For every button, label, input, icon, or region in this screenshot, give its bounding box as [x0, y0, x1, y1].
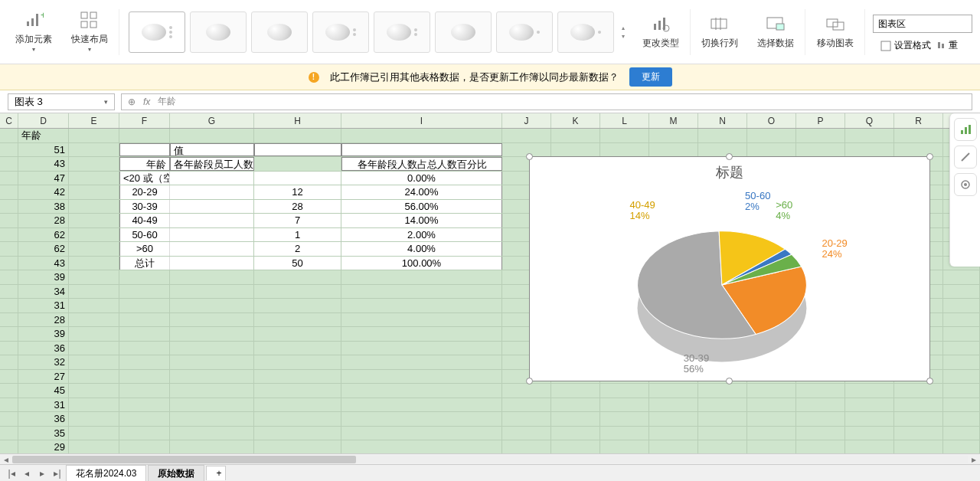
- svg-text:50-60: 50-60: [745, 190, 770, 201]
- grid-rows[interactable]: 标题 20-2924%30-3956%40-4914%50-602%>604% …: [0, 129, 980, 455]
- notification-message: 此工作簿已引用其他表格数据，是否更新工作簿以同步最新数据？: [330, 70, 619, 84]
- svg-rect-7: [90, 21, 96, 28]
- svg-rect-6: [81, 21, 87, 28]
- svg-rect-2: [36, 14, 38, 26]
- svg-rect-16: [833, 22, 844, 30]
- tab-nav-first[interactable]: |◂: [5, 468, 18, 479]
- svg-rect-4: [81, 12, 87, 18]
- quick-layout-button[interactable]: 快速布局▾: [64, 11, 116, 53]
- svg-text:14%: 14%: [630, 210, 651, 221]
- chart-style-gallery: ▴▾: [122, 11, 631, 53]
- chart-style-icon[interactable]: [954, 146, 977, 169]
- move-chart-button[interactable]: 移动图表: [808, 15, 861, 50]
- update-button[interactable]: 更新: [629, 67, 672, 87]
- style-gallery-expand[interactable]: ▴▾: [619, 11, 625, 53]
- col-header-L[interactable]: L: [600, 113, 649, 128]
- col-header-R[interactable]: R: [894, 113, 943, 128]
- svg-rect-14: [776, 24, 784, 30]
- col-header-K[interactable]: K: [551, 113, 600, 128]
- spreadsheet-grid[interactable]: CDEFGHIJKLMNOPQRS 标题 20-2924%30-3956%40-…: [0, 113, 980, 469]
- chart-elements-icon[interactable]: [954, 118, 977, 141]
- warning-icon: !: [309, 72, 319, 83]
- svg-rect-32: [965, 127, 967, 134]
- col-header-I[interactable]: I: [341, 113, 502, 128]
- chart-style-7[interactable]: [496, 11, 553, 53]
- svg-rect-17: [881, 41, 890, 51]
- col-header-P[interactable]: P: [796, 113, 845, 128]
- fx-icon[interactable]: fx: [143, 97, 150, 107]
- chart-style-6[interactable]: [435, 11, 492, 53]
- chart-style-2[interactable]: [190, 11, 247, 53]
- chart-style-1[interactable]: [129, 11, 185, 53]
- svg-rect-31: [961, 130, 963, 134]
- col-header-M[interactable]: M: [649, 113, 698, 128]
- svg-text:20-29: 20-29: [822, 237, 847, 249]
- col-header-D[interactable]: D: [18, 113, 69, 128]
- sheet-tab-bar: |◂ ◂ ▸ ▸| 花名册2024.03 原始数据 +: [0, 464, 980, 481]
- notification-bar: ! 此工作簿已引用其他表格数据，是否更新工作簿以同步最新数据？ 更新: [0, 64, 980, 90]
- svg-text:4%: 4%: [776, 210, 790, 221]
- svg-text:24%: 24%: [822, 248, 842, 260]
- col-header-J[interactable]: J: [502, 113, 551, 128]
- svg-rect-18: [938, 42, 940, 48]
- chart-style-3[interactable]: [251, 11, 308, 53]
- reset-button[interactable]: 重: [936, 39, 958, 52]
- col-header-H[interactable]: H: [254, 113, 341, 128]
- col-header-Q[interactable]: Q: [845, 113, 894, 128]
- chart-style-4[interactable]: [312, 11, 369, 53]
- ribbon-toolbar: + 添加元素▾ 快速布局▾ ▴▾ 更改类型 切换行列 选择数据 移动图表: [0, 0, 980, 64]
- col-header-E[interactable]: E: [69, 113, 119, 128]
- tab-nav-next[interactable]: ▸: [35, 468, 49, 479]
- chart-title[interactable]: 标题: [530, 157, 929, 182]
- svg-rect-9: [658, 21, 661, 30]
- svg-rect-15: [827, 19, 838, 27]
- chart-side-panel: [949, 113, 980, 267]
- change-type-button[interactable]: 更改类型: [634, 15, 687, 50]
- expand-icon[interactable]: ⊕: [128, 97, 136, 107]
- set-format-button[interactable]: 设置格式: [880, 39, 931, 52]
- chart-settings-icon[interactable]: [954, 173, 977, 196]
- switch-rowcol-button[interactable]: 切换行列: [694, 15, 746, 50]
- svg-text:40-49: 40-49: [630, 199, 655, 211]
- svg-text:30-39: 30-39: [684, 352, 709, 364]
- embedded-chart[interactable]: 标题 20-2924%30-3956%40-4914%50-602%>604%: [529, 156, 930, 381]
- select-data-button[interactable]: 选择数据: [750, 15, 802, 50]
- sheet-tab-2[interactable]: 原始数据: [148, 465, 204, 482]
- svg-rect-5: [90, 12, 96, 18]
- svg-text:+: +: [41, 11, 44, 21]
- chart-style-8[interactable]: [557, 11, 614, 53]
- svg-text:56%: 56%: [684, 363, 704, 375]
- tab-nav-prev[interactable]: ◂: [20, 468, 34, 479]
- tab-nav-last[interactable]: ▸|: [51, 468, 64, 479]
- col-header-O[interactable]: O: [747, 113, 796, 128]
- svg-rect-19: [942, 44, 944, 48]
- horizontal-scrollbar[interactable]: ◂ ▸: [0, 453, 980, 464]
- add-element-button[interactable]: + 添加元素▾: [8, 11, 60, 53]
- col-header-C[interactable]: C: [0, 113, 18, 128]
- scroll-left-icon[interactable]: ◂: [0, 454, 12, 465]
- svg-rect-1: [31, 18, 34, 26]
- formula-input[interactable]: 年龄: [158, 95, 176, 108]
- formula-bar: 图表 3 ▾ ⊕ fx 年龄: [0, 90, 980, 113]
- name-box[interactable]: 图表 3 ▾: [8, 93, 115, 110]
- scroll-right-icon[interactable]: ▸: [968, 454, 980, 465]
- chart-style-5[interactable]: [374, 11, 430, 53]
- col-header-G[interactable]: G: [170, 113, 254, 128]
- col-header-F[interactable]: F: [119, 113, 170, 128]
- column-headers: CDEFGHIJKLMNOPQRS: [0, 113, 980, 129]
- svg-rect-0: [27, 21, 29, 26]
- chart-area-combo[interactable]: 图表区: [873, 15, 972, 33]
- col-header-N[interactable]: N: [698, 113, 747, 128]
- add-sheet-button[interactable]: +: [206, 466, 226, 480]
- sheet-tab-1[interactable]: 花名册2024.03: [66, 465, 146, 482]
- svg-rect-8: [654, 24, 656, 30]
- svg-rect-33: [969, 125, 971, 134]
- svg-rect-12: [711, 19, 727, 28]
- svg-text:2%: 2%: [745, 201, 760, 212]
- svg-point-35: [964, 183, 967, 186]
- svg-text:>60: >60: [776, 199, 792, 211]
